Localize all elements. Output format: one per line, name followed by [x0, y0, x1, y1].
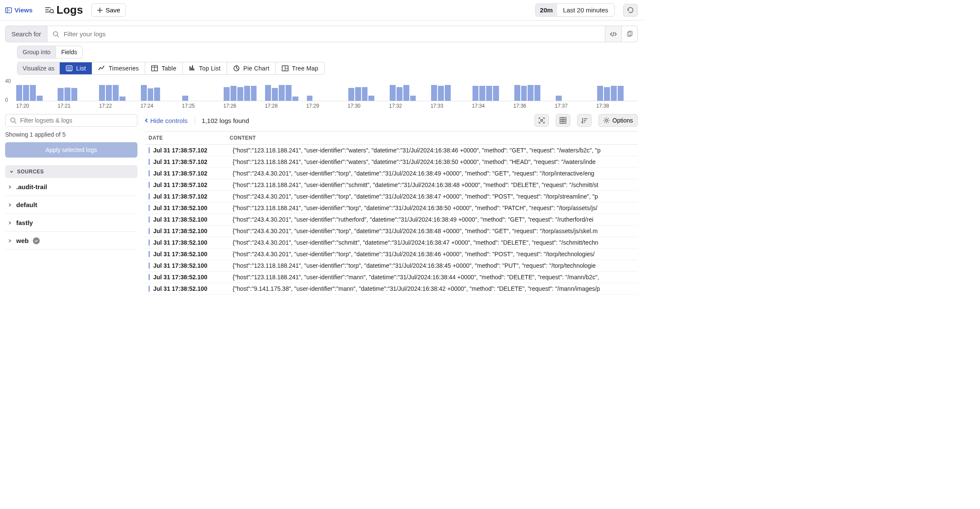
chart-bar[interactable] — [534, 85, 540, 101]
chart-bar[interactable] — [368, 96, 374, 101]
viz-tab-pie-chart[interactable]: Pie Chart — [227, 62, 276, 74]
chart-bar[interactable] — [279, 85, 285, 101]
col-header-content[interactable]: CONTENT — [230, 135, 633, 141]
source-item-audit-trail[interactable]: .audit-trail — [5, 178, 137, 196]
source-item-web[interactable]: web — [5, 232, 137, 250]
chart-bar[interactable] — [23, 85, 29, 101]
chart-bar[interactable] — [618, 86, 624, 101]
hide-controls-label: Hide controls — [150, 117, 188, 124]
log-row[interactable]: Jul 31 17:38:57.102{"host":"123.118.188.… — [144, 145, 638, 156]
viz-tab-table[interactable]: Table — [145, 62, 183, 74]
log-row[interactable]: Jul 31 17:38:52.100{"host":"243.4.30.201… — [144, 237, 638, 249]
filter-logsets-container — [5, 114, 137, 127]
chart-bar[interactable] — [37, 96, 43, 101]
chart-bar[interactable] — [438, 86, 444, 101]
log-row[interactable]: Jul 31 17:38:57.102{"host":"243.4.30.201… — [144, 168, 638, 179]
chart-bar[interactable] — [348, 88, 354, 101]
chart-bar[interactable] — [286, 85, 292, 101]
chart-bar[interactable] — [486, 86, 492, 101]
source-item-default[interactable]: default — [5, 196, 137, 214]
grid-view-button[interactable] — [556, 114, 570, 127]
time-picker[interactable]: 20m Last 20 minutes — [535, 3, 615, 17]
col-header-date[interactable]: DATE — [149, 135, 230, 141]
viz-tab-timeseries[interactable]: Timeseries — [92, 62, 145, 74]
svg-point-5 — [50, 9, 53, 13]
refresh-button[interactable] — [623, 4, 638, 17]
chart-bar[interactable] — [397, 87, 402, 101]
sources-header[interactable]: SOURCES — [5, 165, 137, 178]
chart-bar[interactable] — [528, 85, 534, 101]
chart-bar[interactable] — [597, 86, 603, 101]
histogram-chart[interactable]: 40 0 17:2017:2117:2217:2417:2517:2617:28… — [5, 80, 638, 109]
filter-logsets-input[interactable] — [20, 117, 133, 124]
log-row[interactable]: Jul 31 17:38:52.100{"host":"243.4.30.201… — [144, 225, 638, 237]
chart-bar[interactable] — [362, 87, 368, 101]
log-row[interactable]: Jul 31 17:38:52.100{"host":"123.118.188.… — [144, 202, 638, 214]
save-button[interactable]: Save — [91, 3, 125, 17]
chart-bar[interactable] — [30, 85, 36, 101]
chart-bar[interactable] — [431, 85, 437, 101]
chart-bar[interactable] — [71, 88, 77, 101]
chart-bar[interactable] — [307, 96, 313, 101]
chart-bar[interactable] — [16, 85, 22, 101]
log-row[interactable]: Jul 31 17:38:57.102{"host":"243.4.30.201… — [144, 191, 638, 202]
log-row[interactable]: Jul 31 17:38:52.100{"host":"123.118.188.… — [144, 272, 638, 283]
viz-tab-top-list[interactable]: Top List — [183, 62, 227, 74]
log-row[interactable]: Jul 31 17:38:52.100{"host":"123.118.188.… — [144, 260, 638, 272]
chart-bar[interactable] — [514, 85, 520, 101]
log-row[interactable]: Jul 31 17:38:52.100{"host":"243.4.30.201… — [144, 249, 638, 260]
sort-button[interactable] — [577, 114, 592, 127]
apply-selected-button[interactable]: Apply selected logs — [5, 142, 137, 158]
chart-bar[interactable] — [611, 86, 617, 101]
chart-bar[interactable] — [355, 87, 361, 101]
group-fields[interactable]: Fields — [56, 46, 82, 59]
y-tick-40: 40 — [5, 78, 11, 84]
chart-bar[interactable] — [604, 87, 610, 101]
chart-bar[interactable] — [120, 97, 125, 101]
copy-button[interactable] — [622, 26, 638, 42]
chart-bar[interactable] — [445, 85, 451, 101]
chart-bar[interactable] — [58, 88, 64, 101]
source-name: .audit-trail — [16, 183, 47, 190]
chart-bar[interactable] — [265, 85, 271, 101]
chart-bar[interactable] — [113, 85, 119, 101]
chart-bar[interactable] — [154, 88, 160, 101]
chart-bar[interactable] — [272, 88, 278, 101]
log-row[interactable]: Jul 31 17:38:52.100{"host":"9.141.175.38… — [144, 283, 638, 295]
viz-tab-list[interactable]: List — [60, 62, 92, 74]
source-item-fastly[interactable]: fastly — [5, 214, 137, 232]
options-button[interactable]: Options — [598, 114, 638, 127]
chart-bar[interactable] — [99, 85, 105, 101]
chart-bar[interactable] — [410, 96, 416, 101]
chart-bar[interactable] — [64, 88, 70, 101]
search-input[interactable] — [64, 26, 600, 42]
chart-bar[interactable] — [182, 96, 188, 101]
chart-bar[interactable] — [390, 85, 396, 101]
svg-point-9 — [53, 32, 58, 36]
refresh-icon — [627, 7, 634, 14]
hide-controls-button[interactable]: Hide controls — [144, 117, 188, 124]
log-row[interactable]: Jul 31 17:38:52.100{"host":"243.4.30.201… — [144, 214, 638, 225]
chart-bar[interactable] — [403, 85, 409, 101]
chart-bar[interactable] — [251, 86, 257, 101]
chart-bar[interactable] — [292, 97, 298, 101]
chart-bar[interactable] — [141, 85, 147, 101]
log-level-indicator — [149, 286, 150, 292]
chart-bar[interactable] — [556, 96, 562, 101]
chart-bar[interactable] — [230, 86, 236, 101]
code-toggle-button[interactable] — [605, 26, 622, 42]
chart-bar[interactable] — [148, 88, 154, 101]
chart-bar[interactable] — [224, 87, 230, 101]
chart-bar[interactable] — [244, 86, 250, 101]
fullscreen-button[interactable] — [534, 114, 549, 127]
chart-bar[interactable] — [493, 86, 499, 101]
chart-bar[interactable] — [106, 85, 112, 101]
chart-bar[interactable] — [472, 86, 478, 101]
views-button[interactable]: Views — [5, 6, 32, 14]
chart-bar[interactable] — [237, 87, 243, 101]
log-row[interactable]: Jul 31 17:38:57.102{"host":"123.118.188.… — [144, 156, 638, 168]
viz-tab-tree-map[interactable]: Tree Map — [276, 62, 324, 74]
log-row[interactable]: Jul 31 17:38:57.102{"host":"123.118.188.… — [144, 179, 638, 191]
chart-bar[interactable] — [479, 86, 485, 101]
chart-bar[interactable] — [521, 86, 527, 101]
